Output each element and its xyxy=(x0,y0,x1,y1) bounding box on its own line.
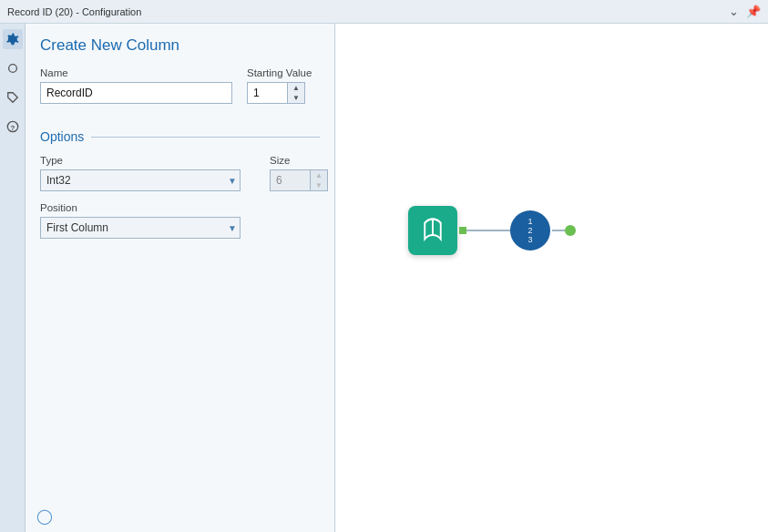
size-spin-up: ▲ xyxy=(311,170,327,180)
spin-up-button[interactable]: ▲ xyxy=(288,83,304,93)
position-label: Position xyxy=(40,202,241,213)
starting-value-label: Starting Value xyxy=(247,67,320,78)
type-label: Type xyxy=(40,155,241,166)
node-labels: 1 2 3 xyxy=(527,218,532,244)
size-spin-buttons: ▲ ▼ xyxy=(310,169,328,191)
node-label-3: 3 xyxy=(527,236,532,244)
title-bar-controls: ⌄ 📌 xyxy=(729,5,761,18)
type-group: Type Int32 Int64 Float Double String ▼ xyxy=(40,155,241,191)
svg-point-0 xyxy=(8,65,16,73)
record-node[interactable]: 1 2 3 xyxy=(510,210,550,251)
options-header: Options xyxy=(40,129,320,144)
position-select-wrapper: First Column Last Column Before Column A… xyxy=(40,217,241,239)
name-label: Name xyxy=(40,67,232,78)
node-label-1: 1 xyxy=(527,218,532,226)
minimize-icon[interactable]: ⌄ xyxy=(729,5,739,18)
starting-value-group: Starting Value ▲ ▼ xyxy=(247,67,320,104)
spin-down-button[interactable]: ▼ xyxy=(288,93,304,103)
panel-footer: ◯ xyxy=(26,500,334,532)
options-divider xyxy=(91,137,320,138)
panel-title: Create New Column xyxy=(40,36,320,55)
spin-buttons: ▲ ▼ xyxy=(287,82,305,104)
options-title: Options xyxy=(40,129,84,144)
type-select[interactable]: Int32 Int64 Float Double String xyxy=(40,169,241,191)
size-label: Size xyxy=(270,155,328,166)
position-row: Position First Column Last Column Before… xyxy=(40,202,320,239)
workflow-container: 1 2 3 xyxy=(408,206,576,255)
panel-header: Create New Column Name Starting Value ▲ … xyxy=(26,24,334,124)
settings-icon[interactable] xyxy=(3,29,23,49)
line-1 xyxy=(466,230,510,231)
multi-node-group: 1 2 3 xyxy=(510,210,576,251)
main-layout: ? Create New Column Name Starting Value … xyxy=(0,24,768,532)
help-icon[interactable]: ? xyxy=(3,117,23,137)
status-icon: ◯ xyxy=(36,507,53,525)
size-group: Size ▲ ▼ xyxy=(270,155,328,191)
position-select[interactable]: First Column Last Column Before Column A… xyxy=(40,217,241,239)
line-2 xyxy=(552,230,565,231)
name-starting-value-row: Name Starting Value ▲ ▼ xyxy=(40,67,320,104)
canvas-area: 1 2 3 xyxy=(335,24,768,532)
title-bar: Record ID (20) - Configuration ⌄ 📌 xyxy=(0,0,768,24)
svg-text:?: ? xyxy=(10,124,15,132)
starting-value-input[interactable] xyxy=(247,82,287,104)
size-spin-down: ▼ xyxy=(311,180,327,190)
size-spinner: ▲ ▼ xyxy=(270,169,328,191)
options-form: Type Int32 Int64 Float Double String ▼ S… xyxy=(26,155,334,250)
name-group: Name xyxy=(40,67,232,104)
output-dot-left xyxy=(459,227,466,234)
node-label-2: 2 xyxy=(527,227,532,235)
pin-icon[interactable]: 📌 xyxy=(746,5,761,18)
tag-icon[interactable] xyxy=(3,87,23,107)
book-node[interactable] xyxy=(408,206,457,255)
type-size-row: Type Int32 Int64 Float Double String ▼ S… xyxy=(40,155,320,191)
type-select-wrapper: Int32 Int64 Float Double String ▼ xyxy=(40,169,241,191)
starting-value-spinner: ▲ ▼ xyxy=(247,82,320,104)
title-bar-text: Record ID (20) - Configuration xyxy=(7,6,141,17)
connector-left xyxy=(457,227,510,234)
size-input xyxy=(270,169,310,191)
output-dot-right xyxy=(565,225,576,236)
config-panel: Create New Column Name Starting Value ▲ … xyxy=(26,24,335,532)
output-connector xyxy=(552,225,576,236)
sidebar-icons: ? xyxy=(0,24,26,532)
name-input[interactable] xyxy=(40,82,232,104)
circle-icon[interactable] xyxy=(3,58,23,78)
position-group: Position First Column Last Column Before… xyxy=(40,202,241,239)
